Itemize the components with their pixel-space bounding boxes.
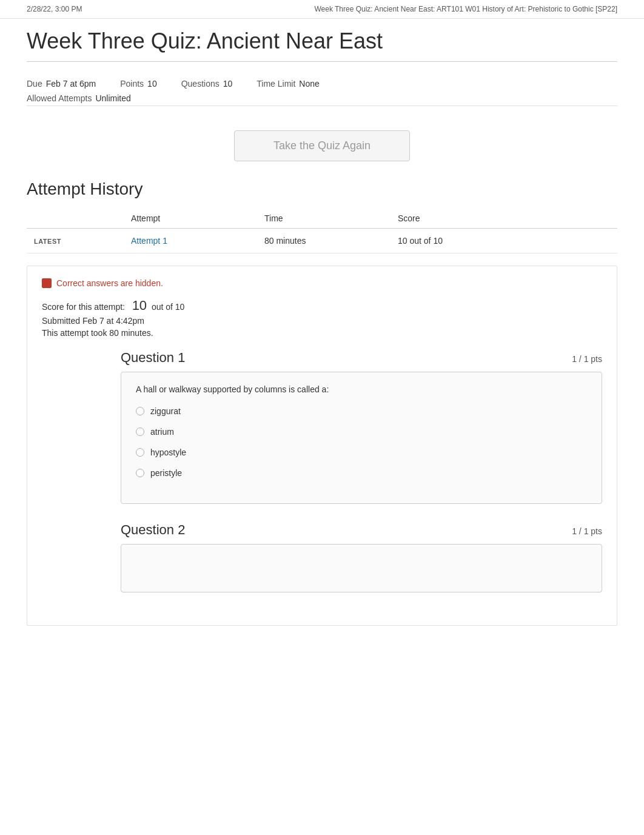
due-value: Feb 7 at 6pm (46, 79, 96, 89)
allowed-attempts-item: Allowed Attempts Unlimited (27, 93, 617, 103)
due-label: Due (27, 79, 42, 89)
option-ziggurat: ziggurat (150, 406, 181, 416)
points-value: 10 (147, 79, 157, 89)
datetime: 2/28/22, 3:00 PM (27, 5, 82, 13)
button-area: Take the Quiz Again (27, 106, 617, 179)
questions-label: Questions (181, 79, 220, 89)
question-1-text: A hall or walkway supported by columns i… (136, 384, 587, 394)
radio-icon[interactable] (136, 469, 144, 477)
latest-badge: LATEST (34, 238, 61, 245)
question-1-options: ziggurat atrium hypostyle peristyle (136, 406, 587, 478)
list-item: peristyle (136, 468, 587, 478)
attempt-score: 10 out of 10 (391, 229, 617, 253)
score-suffix: out of 10 (152, 302, 185, 312)
points-item: Points 10 (120, 79, 157, 89)
warning-icon (42, 278, 52, 288)
question-2-header: Question 2 1 / 1 pts (121, 522, 602, 538)
allowed-attempts-label: Allowed Attempts (27, 93, 92, 103)
list-item: atrium (136, 427, 587, 437)
list-item: hypostyle (136, 448, 587, 457)
radio-icon[interactable] (136, 448, 144, 457)
attempt-link[interactable]: Attempt 1 (131, 236, 167, 246)
breadcrumb: Week Three Quiz: Ancient Near East: ART1… (314, 5, 617, 13)
page-title: Week Three Quiz: Ancient Near East (27, 29, 617, 62)
time-limit-item: Time Limit None (257, 79, 320, 89)
question-1-points: 1 / 1 pts (572, 354, 602, 364)
question-1-title: Question 1 (121, 350, 185, 366)
option-hypostyle: hypostyle (150, 448, 186, 457)
question-2-title: Question 2 (121, 522, 185, 538)
correct-answers-text: Correct answers are hidden. (56, 278, 163, 288)
option-atrium: atrium (150, 427, 174, 437)
question-2-box (121, 544, 602, 592)
correct-answers-notice: Correct answers are hidden. (42, 278, 602, 288)
radio-icon[interactable] (136, 428, 144, 436)
top-bar: 2/28/22, 3:00 PM Week Three Quiz: Ancien… (0, 0, 644, 19)
question-block-1: Question 1 1 / 1 pts A hall or walkway s… (42, 350, 602, 504)
question-1-header: Question 1 1 / 1 pts (121, 350, 602, 366)
question-block-2: Question 2 1 / 1 pts (42, 522, 602, 592)
question-1-box: A hall or walkway supported by columns i… (121, 372, 602, 504)
option-peristyle: peristyle (150, 468, 182, 478)
col-header-attempt: Attempt (124, 209, 257, 229)
col-header-badge (27, 209, 124, 229)
main-content: Week Three Quiz: Ancient Near East Due F… (0, 19, 644, 662)
points-label: Points (120, 79, 144, 89)
time-line: This attempt took 80 minutes. (42, 328, 602, 338)
table-row: LATEST Attempt 1 80 minutes 10 out of 10 (27, 229, 617, 253)
score-line: Score for this attempt: 10 out of 10 (42, 298, 602, 314)
submitted-line: Submitted Feb 7 at 4:42pm (42, 316, 602, 326)
allowed-attempts-value: Unlimited (95, 93, 130, 103)
questions-item: Questions 10 (181, 79, 233, 89)
due-item: Due Feb 7 at 6pm (27, 79, 96, 89)
col-header-time: Time (257, 209, 391, 229)
time-limit-label: Time Limit (257, 79, 295, 89)
score-prefix: Score for this attempt: (42, 302, 125, 312)
take-quiz-button[interactable]: Take the Quiz Again (234, 130, 410, 161)
attempt-detail: Correct answers are hidden. Score for th… (27, 266, 617, 626)
score-number: 10 (132, 298, 147, 313)
list-item: ziggurat (136, 406, 587, 416)
attempt-history-title: Attempt History (27, 179, 617, 199)
meta-row: Due Feb 7 at 6pm Points 10 Questions 10 … (27, 72, 617, 106)
questions-value: 10 (223, 79, 233, 89)
attempt-time: 80 minutes (257, 229, 391, 253)
col-header-score: Score (391, 209, 617, 229)
question-2-points: 1 / 1 pts (572, 526, 602, 536)
time-limit-value: None (299, 79, 319, 89)
radio-icon[interactable] (136, 407, 144, 415)
attempt-table: Attempt Time Score LATEST Attempt 1 80 m… (27, 209, 617, 253)
